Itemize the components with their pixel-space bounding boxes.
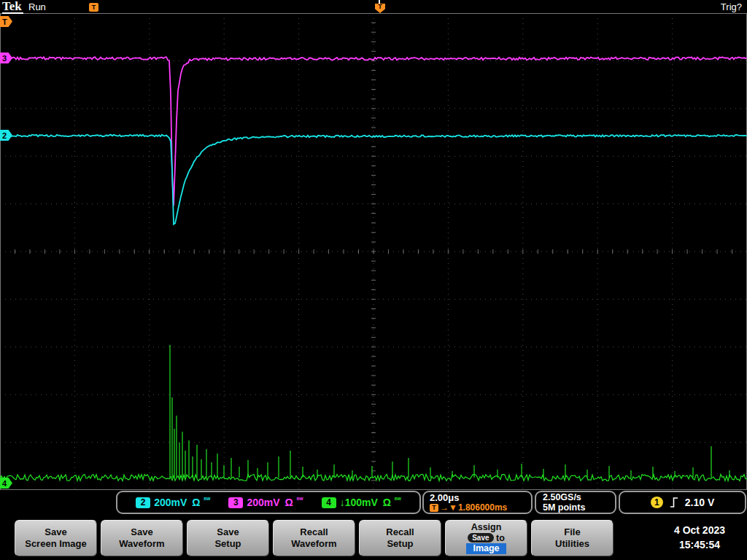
record-length: 5M points bbox=[543, 502, 585, 513]
sample-rate: 2.50GS/s bbox=[543, 492, 581, 502]
delay-value: 1.806000ms bbox=[458, 503, 507, 513]
trigger-t-icon: T bbox=[430, 504, 438, 512]
ch4-bandwidth-icon: ᴮᵂ bbox=[395, 497, 401, 503]
ch3-badge: 3 bbox=[228, 497, 243, 508]
assign-save-to-image-button[interactable]: Assign Save to Image bbox=[445, 520, 527, 556]
ch2-bandwidth-icon: ᴮᵂ bbox=[204, 497, 211, 503]
save-waveform-button[interactable]: Save Waveform bbox=[101, 520, 183, 556]
file-utilities-button[interactable]: File Utilities bbox=[531, 520, 614, 556]
ch4-scale: ↓100mV bbox=[340, 497, 378, 508]
ch3-bandwidth-icon: ᴮᵂ bbox=[297, 497, 303, 503]
acquisition-readout[interactable]: 2.50GS/s 5M points bbox=[535, 491, 616, 514]
waveform-display bbox=[0, 13, 747, 490]
date: 4 Oct 2023 bbox=[651, 523, 747, 537]
trigger-position-marker[interactable]: T bbox=[375, 4, 385, 13]
ch2-coupling: Ω bbox=[192, 497, 200, 508]
date-time: 4 Oct 2023 15:45:54 bbox=[651, 523, 747, 552]
recall-setup-button[interactable]: Recall Setup bbox=[359, 520, 441, 556]
ch3-scale: 200mV bbox=[247, 497, 279, 508]
top-status-bar: Tek Run Trig? T T bbox=[0, 0, 747, 13]
save-screen-image-button[interactable]: Save Screen Image bbox=[15, 520, 97, 556]
menu-bar: Save Screen Image Save Waveform Save Set… bbox=[0, 516, 747, 560]
ch2-badge: 2 bbox=[136, 497, 150, 508]
tek-logo: Tek bbox=[2, 0, 23, 14]
oscilloscope-screen: Tek Run Trig? T T T 3 2 4 2 200mV Ωᴮᵂ 3 … bbox=[0, 0, 747, 560]
ch4-badge: 4 bbox=[322, 497, 336, 508]
ch4-readout[interactable]: 4 ↓100mV Ωᴮᵂ bbox=[322, 497, 401, 508]
trigger-level-value: 2.10 V bbox=[685, 497, 714, 508]
save-pill-icon: Save bbox=[468, 533, 493, 542]
trigger-slope-icon bbox=[670, 497, 678, 508]
ch2-scale: 200mV bbox=[154, 497, 187, 508]
ch4-coupling: Ω bbox=[383, 497, 391, 508]
timebase-readout[interactable]: 2.00μs T →▼ 1.806000ms bbox=[422, 491, 533, 514]
trigger-source-badge: 1 bbox=[651, 497, 663, 508]
waveform-svg bbox=[0, 13, 747, 490]
recall-waveform-button[interactable]: Recall Waveform bbox=[273, 520, 355, 556]
ch3-readout[interactable]: 3 200mV Ωᴮᵂ bbox=[228, 497, 303, 508]
trigger-status: Trig? bbox=[721, 1, 742, 12]
record-trigger-icon: T bbox=[89, 3, 98, 12]
readout-bar: 2 200mV Ωᴮᵂ 3 200mV Ωᴮᵂ 4 ↓100mV Ωᴮᵂ 2.0… bbox=[0, 490, 747, 516]
time: 15:45:54 bbox=[651, 537, 747, 552]
trigger-readout[interactable]: 1 2.10 V bbox=[619, 491, 746, 514]
channel-readouts-box: 2 200mV Ωᴮᵂ 3 200mV Ωᴮᵂ 4 ↓100mV Ωᴮᵂ bbox=[116, 491, 421, 514]
delay-arrows: →▼ bbox=[440, 503, 457, 513]
trigger-delay-readout: T →▼ 1.806000ms bbox=[430, 503, 507, 513]
ch2-readout[interactable]: 2 200mV Ωᴮᵂ bbox=[136, 497, 210, 508]
timebase-scale: 2.00μs bbox=[430, 493, 460, 503]
acquisition-status: Run bbox=[28, 1, 46, 12]
save-setup-button[interactable]: Save Setup bbox=[187, 520, 269, 556]
assign-target-highlight: Image bbox=[466, 543, 506, 554]
ch3-coupling: Ω bbox=[285, 497, 293, 508]
